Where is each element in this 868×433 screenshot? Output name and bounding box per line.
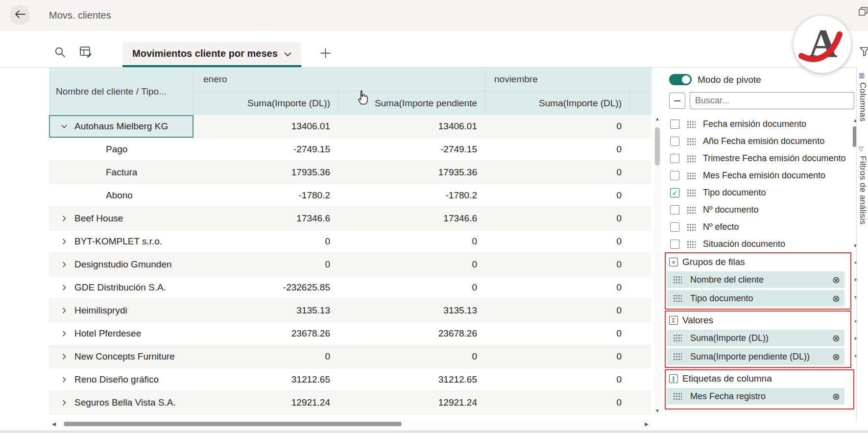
table-row[interactable]: Hotel Pferdesee23678.2623678.260 [49,322,651,345]
expand-icon[interactable] [61,330,68,337]
column-group-noviembre[interactable]: noviembre [485,68,629,91]
column-group-enero[interactable]: enero [193,68,485,91]
table-row[interactable]: GDE Distribución S.A.-232625.8500 [49,276,651,299]
field-list-item[interactable]: ✓Situación documento [666,236,848,253]
analysis-grid-icon[interactable] [79,45,93,60]
remove-icon[interactable]: ⊗ [832,334,840,343]
horizontal-scroll-thumb[interactable] [64,422,402,426]
drag-handle-icon[interactable] [687,223,696,231]
search-icon[interactable] [54,46,66,60]
drag-handle-icon[interactable] [687,172,696,180]
checkbox-unchecked[interactable]: ✓ [670,240,679,249]
table-horizontal-scrollbar[interactable]: ◀ ▶ [49,420,651,428]
drag-handle-icon[interactable] [673,294,682,302]
remove-icon[interactable]: ⊗ [832,352,840,361]
back-button[interactable] [10,5,30,25]
table-row[interactable]: Designstudio Gmunden000 [49,253,651,276]
scroll-left-button[interactable]: ◀ [50,421,58,427]
row-name-cell[interactable]: Seguros Bella Vista S.A. [49,391,193,414]
values-scroll-up[interactable]: ▲ [853,318,859,323]
checkbox-unchecked[interactable]: ✓ [670,137,679,146]
expand-icon[interactable] [61,353,68,360]
drag-handle-icon[interactable] [687,155,696,163]
field-list-item[interactable]: ✓Nº efecto [666,218,848,236]
field-list-scroll-thumb[interactable] [853,126,856,147]
expand-icon[interactable] [61,238,68,245]
drag-handle-icon[interactable] [687,138,696,145]
checkbox-checked[interactable]: ✓ [670,188,679,197]
row-name-cell[interactable]: New Concepts Furniture [49,345,193,368]
expand-icon[interactable] [61,261,68,268]
expand-icon[interactable] [61,399,68,406]
checkbox-unchecked[interactable]: ✓ [670,120,679,129]
row-name-cell[interactable]: Heimilisprydi [49,299,193,322]
field-search-input[interactable] [690,92,854,109]
drag-handle-icon[interactable] [687,206,696,214]
checkbox-unchecked[interactable]: ✓ [670,222,679,232]
row-name-cell[interactable]: Reno Diseño gráfico [49,368,193,391]
checkbox-unchecked[interactable]: ✓ [670,171,679,180]
table-row[interactable]: Heimilisprydi3135.133135.130 [49,299,651,322]
field-list-item[interactable]: ✓Mes Fecha emisión documento [666,167,848,184]
column-header-name[interactable]: Nombre del cliente / Tipo... [49,68,193,115]
row-name-cell[interactable]: Hotel Pferdesee [49,322,193,345]
row-name-cell[interactable]: Abono [49,184,193,207]
pivot-field-pill[interactable]: Mes Fecha registro⊗ [667,388,844,405]
field-list-item[interactable]: ✓Nº documento [666,201,848,218]
pivot-field-pill[interactable]: Tipo documento⊗ [667,290,844,307]
row-name-cell[interactable]: BYT-KOMPLET s.r.o. [49,230,193,253]
row-name-cell[interactable]: Pago [49,138,193,161]
row-name-cell[interactable]: Factura [49,161,193,184]
drag-handle-icon[interactable] [687,241,696,248]
field-list-item[interactable]: ✓Tipo documento [666,184,848,201]
scroll-down-button[interactable]: ▼ [653,408,661,413]
drag-handle-icon[interactable] [687,189,696,197]
open-window-icon[interactable] [858,6,868,18]
row-groups-scroll-down[interactable]: ▼ [853,295,859,300]
drag-handle-icon[interactable] [673,392,682,400]
row-name-cell[interactable]: Beef House [49,207,193,230]
pivot-mode-toggle[interactable] [669,74,692,85]
expand-icon[interactable] [61,215,68,222]
field-list-scroll-down[interactable]: ▼ [851,243,859,248]
scroll-up-button[interactable]: ▲ [653,116,661,121]
field-list-item[interactable]: ✓Fecha emisión documento [666,116,848,133]
table-row[interactable]: Pago-2749.15-2749.150 [49,138,651,161]
pivot-field-pill[interactable]: Suma(Importe (DL))⊗ [667,330,844,346]
table-row[interactable]: Autohaus Mielberg KG13406.0113406.010 [49,115,651,138]
row-name-cell[interactable]: Designstudio Gmunden [49,253,193,276]
drag-handle-icon[interactable] [673,334,682,342]
checkbox-unchecked[interactable]: ✓ [670,154,679,163]
expand-icon[interactable] [61,376,68,383]
expand-icon[interactable] [61,284,68,291]
table-row[interactable]: BYT-KOMPLET s.r.o.000 [49,230,651,253]
drag-handle-icon[interactable] [687,120,696,128]
table-vertical-scrollbar[interactable]: ▲ ▼ [653,115,661,414]
field-list-item[interactable]: ✓Año Fecha emisión documento [666,133,848,150]
row-name-cell[interactable]: Autohaus Mielberg KG [49,115,193,138]
row-groups-scroll-up[interactable]: ▲ [853,260,859,265]
column-header-suma-importe-dl-enero[interactable]: Suma(Importe (DL)) [193,92,338,115]
table-row[interactable]: Reno Diseño gráfico31212.6531212.650 [49,368,651,391]
remove-icon[interactable]: ⊗ [832,294,840,303]
scroll-right-button[interactable]: ▶ [643,421,651,427]
checkbox-unchecked[interactable]: ✓ [670,205,679,215]
remove-icon[interactable]: ⊗ [832,275,840,285]
column-header-suma-importe-pendiente-enero[interactable]: Suma(Importe pendiente [338,92,485,115]
row-name-cell[interactable]: GDE Distribución S.A. [49,276,193,299]
table-row[interactable]: Beef House17346.617346.60 [49,207,651,230]
collapse-icon[interactable] [61,123,68,130]
field-list-item[interactable]: ✓Trimestre Fecha emisión documento [666,150,848,167]
table-row[interactable]: New Concepts Furniture000 [49,345,651,368]
table-row[interactable]: Abono-1780.2-1780.20 [49,184,651,207]
filter-icon[interactable] [859,46,868,59]
side-tab-columnas[interactable]: Columnas [858,82,868,122]
drag-handle-icon[interactable] [673,276,682,284]
pivot-field-pill[interactable]: Suma(Importe pendiente (DL))⊗ [667,348,844,365]
deselect-all-button[interactable] [669,93,685,109]
vertical-scroll-thumb[interactable] [655,127,660,166]
column-header-suma-importe-dl-noviembre[interactable]: Suma(Importe (DL)) [485,92,629,115]
values-scroll-down[interactable]: ▼ [853,354,859,359]
table-row[interactable]: Factura17935.3617935.360 [49,161,651,184]
expand-icon[interactable] [61,307,68,314]
